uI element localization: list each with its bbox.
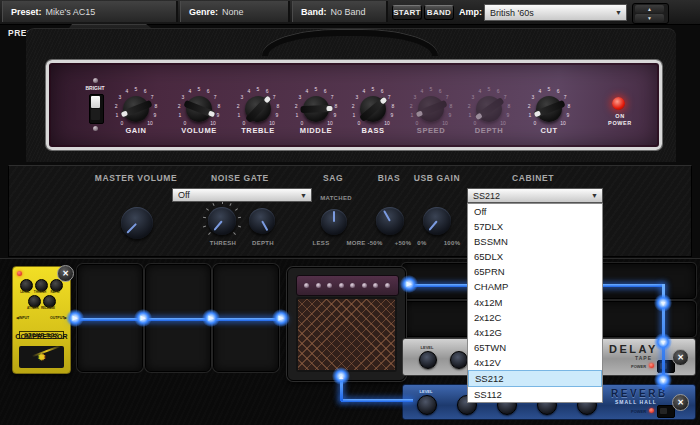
delay-power-led [649,363,654,368]
pedal-output-label: OUTPUT▶ [50,316,67,320]
knob-tick [235,209,238,212]
combo-knob-dot [350,283,355,288]
usb-knob-pointer [417,201,456,240]
knob-tick [229,203,231,206]
dropdown-arrow-icon: ▼ [300,192,307,199]
cabinet-option-4x12g[interactable]: 4x12G [468,325,602,340]
signal-line [662,284,665,390]
compressor-pedal[interactable]: ✕ ◀INPUT OUTPUT▶ STOMP BOX COMPRESSOR ✹ … [12,266,71,374]
cabinet-option-57dlx[interactable]: 57DLX [468,219,602,234]
delay-power-label: POWER [631,364,646,369]
pedal-knob-label: RATIO [46,290,64,294]
sag-knob-pointer [321,209,347,235]
amp-cabinet-unit[interactable] [287,267,406,381]
pedal-led [17,271,22,276]
pedal-io-labels: ◀INPUT OUTPUT▶ [16,316,67,320]
usb-knob[interactable] [423,207,451,235]
master-volume-knob-pointer [114,200,159,245]
cabinet-option-off[interactable]: Off [468,204,602,219]
sag-knob[interactable] [321,209,347,235]
combo-knob-dot [327,283,332,288]
cabinet-option-65dlx[interactable]: 65DLX [468,249,602,264]
combo-grille [296,297,397,372]
knob-tick [208,232,211,235]
cabinet-select-value: SS212 [473,191,500,201]
cabinet-option-ss112[interactable]: SS112 [468,387,602,402]
combo-knob-dot [362,283,367,288]
combo-knob-dot [385,283,390,288]
thresh-knob[interactable] [208,207,236,235]
reverb-name: REVERB [611,388,668,399]
cabinet-option-4x12m[interactable]: 4x12M [468,294,602,309]
reverb-close-icon[interactable]: ✕ [672,394,689,411]
cabinet-option-2x12c[interactable]: 2x12C [468,310,602,325]
cabinet-option-65twn[interactable]: 65TWN [468,340,602,355]
amp-software-window: Preset: Mike's AC15 Genre: None Band: No… [0,0,700,425]
combo-knob-dot [316,283,321,288]
pedal-logo: ✹ [19,346,64,368]
pedal-input-label: ◀INPUT [16,316,29,320]
reverb-rack-knob[interactable] [417,395,437,415]
knob-tick [233,232,236,235]
delay-sub: TAPE [635,355,652,361]
signal-line [341,399,413,402]
signal-line [70,318,286,321]
combo-knob-dot [339,283,344,288]
dropdown-arrow-icon: ▼ [591,192,598,199]
knob-tick [238,225,241,227]
reverb-power-label: POWER [631,409,646,414]
pedal-close-icon[interactable]: ✕ [57,265,74,282]
delay-name: DELAY [609,343,658,355]
cabinet-option-ss212[interactable]: SS212 [468,370,602,387]
reverb-rack-knob-label: LEVEL [414,389,438,394]
cabinet-select[interactable]: SS212 ▼ [467,188,603,203]
combo-knob-dot [373,283,378,288]
cabinet-dropdown-list: Off57DLXBSSMN65DLX65PRNCHAMP4x12M2x12C4x… [467,203,603,403]
ng-depth-knob[interactable] [249,208,275,234]
combo-knob-dot [304,283,309,288]
delay-rack-knob-label: LEVEL [415,345,439,350]
combo-control-strip [296,275,399,296]
delay-rack-knob[interactable] [419,351,437,369]
knob-tick [206,209,209,212]
cabinet-option-champ[interactable]: CHAMP [468,279,602,294]
signal-line [340,378,343,401]
noise-gate-value: Off [178,190,190,200]
master-volume-knob[interactable] [121,207,153,239]
ng-depth-knob-pointer [244,203,280,239]
pedal-knob-label: RELEASE [39,306,57,310]
noise-gate-select[interactable]: Off ▼ [172,188,312,202]
cabinet-option-bssmn[interactable]: BSSMN [468,234,602,249]
reverb-power-led [649,408,654,413]
pedal-name: COMPRESSOR [13,333,70,340]
knob-tick [213,203,215,206]
cabinet-option-4x12v[interactable]: 4x12V [468,355,602,370]
bias-knob-pointer [371,202,409,240]
delay-close-icon[interactable]: ✕ [672,349,689,366]
cabinet-option-65prn[interactable]: 65PRN [468,264,602,279]
delay-rack-knob[interactable] [450,351,468,369]
reverb-sub: SMALL HALL [615,399,657,405]
bias-knob[interactable] [376,207,404,235]
